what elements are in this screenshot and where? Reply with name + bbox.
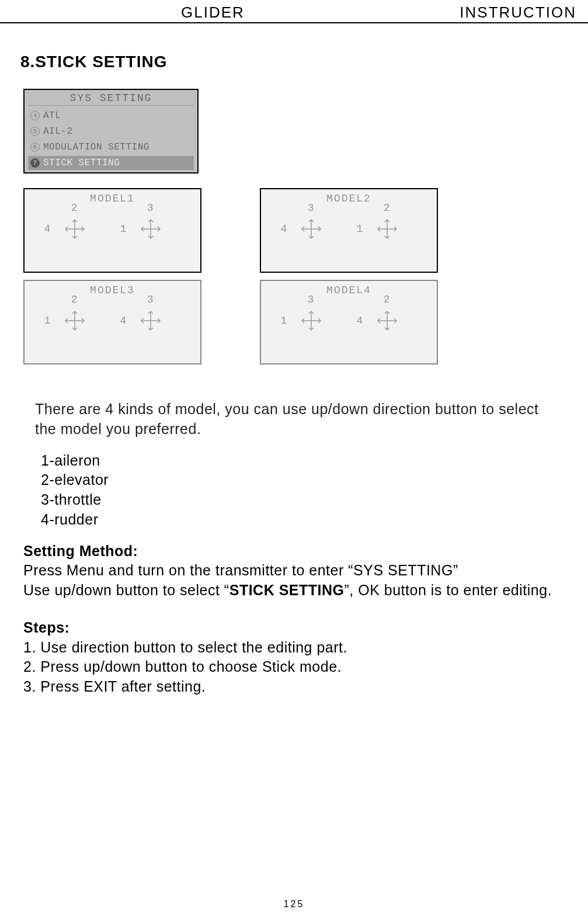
menu-item-number: 7 (30, 158, 40, 168)
cross-arrows-icon (64, 310, 85, 331)
left-stick: 2 1 (57, 310, 92, 331)
page-number: 125 (0, 899, 588, 909)
menu-item-label: AIL-2 (43, 126, 73, 137)
model-title: MODEL4 (261, 284, 437, 296)
model-title: MODEL3 (25, 284, 200, 296)
legend-item: 3-throttle (41, 490, 588, 510)
model-panel-3: MODEL3 2 1 3 4 (23, 280, 201, 364)
stick-top-number: 2 (71, 202, 78, 214)
stick-top-number: 3 (308, 294, 314, 305)
stick-side-number: 4 (357, 315, 363, 327)
step-item: 3. Press EXIT after setting. (23, 677, 565, 697)
menu-item-label: STICK SETTING (43, 158, 120, 168)
stick-side-number: 4 (281, 223, 287, 235)
right-stick: 3 4 (133, 310, 168, 331)
stick-top-number: 3 (147, 294, 154, 305)
bold-stick-setting: STICK SETTING (229, 582, 345, 598)
section-title: 8.STICK SETTING (20, 53, 588, 71)
stick-side-number: 4 (44, 223, 51, 235)
legend-item: 1-aileron (41, 451, 588, 471)
model-title: MODEL2 (261, 193, 437, 204)
channel-legend: 1-aileron 2-elevator 3-throttle 4-rudder (41, 451, 588, 530)
menu-item-ail2: 5 AIL-2 (28, 124, 194, 138)
menu-item-label: ATL (43, 110, 61, 121)
steps-label: Steps: (23, 618, 565, 638)
step-item: 1. Use direction button to select the ed… (23, 638, 565, 658)
setting-method-label: Setting Method: (23, 541, 565, 561)
cross-arrows-icon (377, 218, 398, 239)
setting-method-line2: Use up/down button to select “STICK SETT… (23, 581, 565, 600)
stick-top-number: 3 (308, 202, 314, 214)
cross-arrows-icon (64, 218, 85, 239)
legend-item: 2-elevator (41, 470, 588, 490)
stick-side-number: 4 (120, 315, 127, 327)
menu-item-atl: 4 ATL (28, 109, 194, 123)
cross-arrows-icon (301, 310, 322, 331)
cross-arrows-icon (140, 310, 161, 331)
model-panel-4: MODEL4 3 1 2 4 (260, 280, 438, 364)
menu-item-number: 5 (30, 127, 40, 136)
lcd-menu-title: SYS SETTING (28, 92, 194, 106)
stick-top-number: 2 (71, 294, 78, 305)
right-stick: 3 1 (133, 218, 168, 239)
menu-item-modulation: 6 MODULATION SETTING (28, 140, 194, 154)
menu-item-stick-setting: 7 STICK SETTING (28, 156, 194, 170)
step-item: 2. Press up/down button to choose Stick … (23, 657, 565, 677)
stick-side-number: 1 (44, 315, 51, 327)
cross-arrows-icon (377, 310, 398, 331)
stick-top-number: 2 (384, 294, 390, 305)
steps-block: Steps: 1. Use direction button to select… (23, 618, 565, 697)
menu-item-number: 6 (30, 143, 40, 152)
model-title: MODEL1 (25, 193, 200, 204)
menu-item-label: MODULATION SETTING (43, 142, 149, 152)
stick-side-number: 1 (281, 315, 287, 327)
right-stick: 2 1 (370, 218, 405, 239)
setting-method-line1: Press Menu and turn on the transmitter t… (23, 561, 565, 581)
stick-top-number: 2 (384, 202, 390, 214)
cross-arrows-icon (140, 218, 161, 239)
left-stick: 3 4 (294, 218, 329, 239)
legend-item: 4-rudder (41, 510, 588, 530)
stick-side-number: 1 (120, 223, 127, 235)
cross-arrows-icon (301, 218, 322, 239)
page-header: GLIDER INSTRUCTION (0, 0, 588, 23)
stick-side-number: 1 (357, 223, 363, 235)
right-stick: 2 4 (370, 310, 405, 331)
intro-paragraph: There are 4 kinds of model, you can use … (35, 400, 553, 439)
models-grid: MODEL1 2 4 3 1 MODEL2 3 4 (23, 188, 588, 364)
menu-item-number: 4 (30, 111, 40, 120)
lcd-sys-setting-menu: SYS SETTING 4 ATL 5 AIL-2 6 MODULATION S… (23, 89, 199, 173)
left-stick: 3 1 (294, 310, 329, 331)
header-left: GLIDER (181, 4, 245, 22)
model-panel-1: MODEL1 2 4 3 1 (23, 188, 201, 273)
header-right: INSTRUCTION (460, 4, 576, 22)
model-panel-2: MODEL2 3 4 2 1 (260, 188, 438, 273)
setting-method: Setting Method: Press Menu and turn on t… (23, 541, 565, 600)
left-stick: 2 4 (57, 218, 92, 239)
stick-top-number: 3 (147, 202, 154, 214)
